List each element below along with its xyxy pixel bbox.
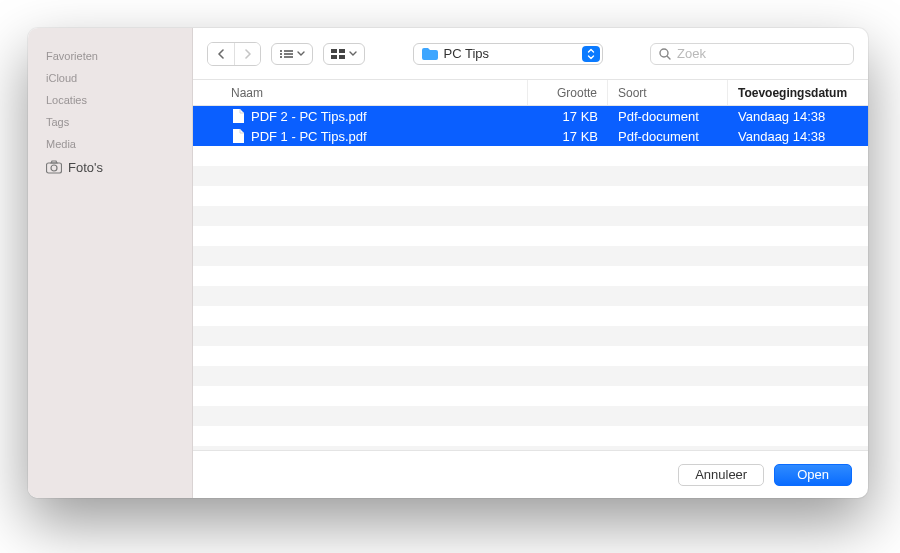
path-dropdown[interactable]: PC Tips [413, 43, 603, 65]
nav-buttons [207, 42, 261, 66]
group-mode-button[interactable] [323, 43, 365, 65]
sidebar-section-favorites: Favorieten [28, 46, 192, 68]
file-list[interactable]: PDF 2 - PC Tips.pdf 17 KB Pdf-document V… [193, 106, 868, 450]
path-label: PC Tips [444, 46, 490, 61]
main-area: PC Tips Naam Grootte Soort Toevoegingsda… [193, 28, 868, 498]
svg-rect-11 [339, 55, 345, 59]
camera-icon [46, 159, 62, 175]
table-row[interactable]: PDF 2 - PC Tips.pdf 17 KB Pdf-document V… [193, 106, 868, 126]
dialog-footer: Annuleer Open [193, 450, 868, 498]
file-size: 17 KB [528, 109, 608, 124]
svg-point-1 [51, 165, 57, 171]
chevron-down-icon [297, 51, 305, 57]
forward-button[interactable] [234, 43, 260, 65]
open-button[interactable]: Open [774, 464, 852, 486]
table-header: Naam Grootte Soort Toevoegingsdatum [193, 80, 868, 106]
svg-rect-8 [331, 49, 337, 53]
file-date: Vandaag 14:38 [728, 129, 868, 144]
svg-rect-9 [339, 49, 345, 53]
file-kind: Pdf-document [608, 129, 728, 144]
sidebar: Favorieten iCloud Locaties Tags Media Fo… [28, 28, 193, 498]
file-icon [231, 109, 245, 123]
chevron-down-icon [349, 51, 357, 57]
sidebar-section-tags: Tags [28, 112, 192, 134]
file-name: PDF 1 - PC Tips.pdf [251, 129, 367, 144]
search-input[interactable] [677, 46, 845, 61]
view-mode-list-button[interactable] [271, 43, 313, 65]
sidebar-section-icloud: iCloud [28, 68, 192, 90]
cancel-button[interactable]: Annuleer [678, 464, 764, 486]
column-date[interactable]: Toevoegingsdatum [728, 80, 868, 105]
sidebar-section-locations: Locaties [28, 90, 192, 112]
column-kind[interactable]: Soort [608, 80, 728, 105]
svg-rect-3 [284, 50, 293, 51]
svg-rect-10 [331, 55, 337, 59]
column-size[interactable]: Grootte [528, 80, 608, 105]
folder-icon [422, 48, 438, 60]
search-field[interactable] [650, 43, 854, 65]
back-button[interactable] [208, 43, 234, 65]
list-icon [279, 49, 293, 59]
file-icon [231, 129, 245, 143]
open-dialog: Favorieten iCloud Locaties Tags Media Fo… [28, 28, 868, 498]
svg-point-6 [280, 56, 282, 58]
svg-point-4 [280, 53, 282, 55]
table-row[interactable]: PDF 1 - PC Tips.pdf 17 KB Pdf-document V… [193, 126, 868, 146]
file-size: 17 KB [528, 129, 608, 144]
up-down-icon [582, 46, 600, 62]
svg-rect-5 [284, 53, 293, 54]
search-icon [659, 48, 671, 60]
sidebar-item-label: Foto's [68, 160, 103, 175]
svg-point-2 [280, 50, 282, 52]
column-name[interactable]: Naam [221, 80, 528, 105]
grid-icon [331, 49, 345, 59]
sidebar-item-photos[interactable]: Foto's [28, 156, 192, 178]
file-kind: Pdf-document [608, 109, 728, 124]
sidebar-section-media: Media [28, 134, 192, 156]
file-date: Vandaag 14:38 [728, 109, 868, 124]
svg-line-13 [667, 56, 670, 59]
toolbar: PC Tips [193, 28, 868, 80]
file-name: PDF 2 - PC Tips.pdf [251, 109, 367, 124]
svg-rect-7 [284, 56, 293, 57]
